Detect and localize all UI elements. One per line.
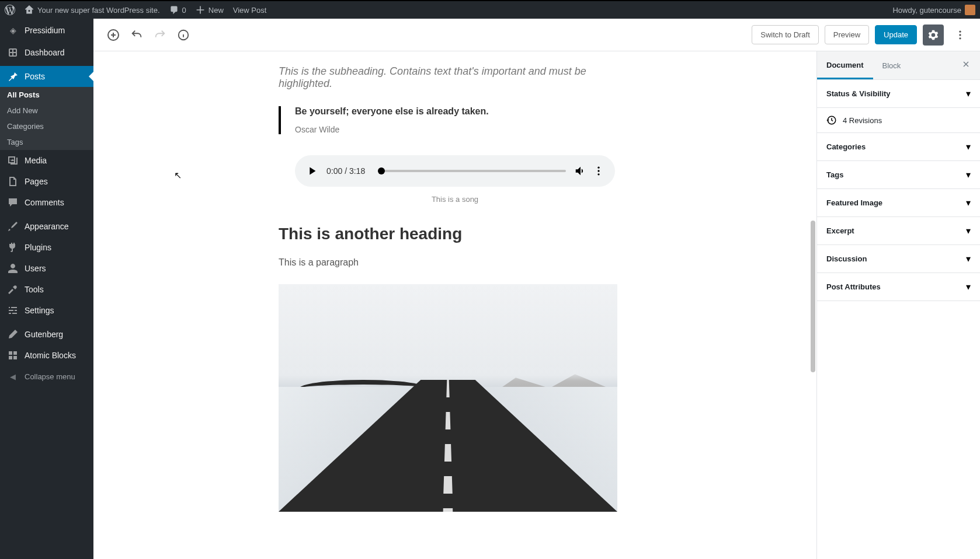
submenu-categories[interactable]: Categories bbox=[0, 118, 93, 134]
section-discussion[interactable]: Discussion ▾ bbox=[817, 245, 980, 273]
menu-appearance[interactable]: Appearance bbox=[0, 216, 93, 237]
section-post-attributes[interactable]: Post Attributes ▾ bbox=[817, 273, 980, 301]
svg-point-3 bbox=[959, 34, 961, 36]
user-icon bbox=[7, 263, 19, 274]
settings-panel: Document Block Status & Visibility ▾ 4 R… bbox=[816, 51, 980, 559]
close-icon bbox=[961, 60, 971, 69]
chevron-down-icon: ▾ bbox=[966, 88, 971, 99]
menu-atomic-blocks[interactable]: Atomic Blocks bbox=[0, 345, 93, 366]
quote-block[interactable]: Be yourself; everyone else is already ta… bbox=[279, 106, 631, 134]
new-label: New bbox=[208, 6, 224, 15]
undo-button[interactable] bbox=[126, 25, 147, 46]
info-button[interactable] bbox=[173, 25, 194, 46]
menu-plugins[interactable]: Plugins bbox=[0, 237, 93, 258]
quote-text[interactable]: Be yourself; everyone else is already ta… bbox=[295, 106, 631, 117]
plug-icon bbox=[7, 242, 19, 253]
audio-time: 0:00 / 3:18 bbox=[326, 166, 365, 176]
posts-submenu: All Posts Add New Categories Tags bbox=[0, 87, 93, 150]
audio-progress[interactable] bbox=[381, 170, 566, 172]
more-options-button[interactable] bbox=[950, 25, 971, 46]
user-menu[interactable]: Howdy, gutencourse bbox=[892, 5, 980, 15]
section-categories[interactable]: Categories ▾ bbox=[817, 133, 980, 161]
site-name: Your new super fast WordPress site. bbox=[37, 6, 160, 15]
collapse-menu[interactable]: ◀ Collapse menu bbox=[0, 366, 93, 387]
comments-link[interactable]: 0 bbox=[165, 1, 191, 19]
chevron-down-icon: ▾ bbox=[966, 225, 971, 236]
submenu-all-posts[interactable]: All Posts bbox=[0, 87, 93, 103]
pressidium-icon: ◈ bbox=[7, 25, 19, 36]
preview-button[interactable]: Preview bbox=[825, 25, 869, 44]
tab-document[interactable]: Document bbox=[817, 53, 873, 79]
info-icon bbox=[177, 29, 190, 41]
admin-bar: Your new super fast WordPress site. 0 Ne… bbox=[0, 0, 980, 19]
wordpress-icon bbox=[5, 5, 15, 15]
media-icon bbox=[7, 155, 19, 166]
dashboard-icon bbox=[7, 47, 19, 58]
editor-canvas[interactable]: This is the subheading. Contains text th… bbox=[93, 51, 816, 559]
menu-settings[interactable]: Settings bbox=[0, 300, 93, 321]
image-block[interactable] bbox=[279, 284, 617, 512]
svg-point-4 bbox=[959, 37, 961, 39]
howdy-text: Howdy, gutencourse bbox=[892, 6, 961, 15]
quote-citation[interactable]: Oscar Wilde bbox=[295, 125, 631, 134]
scrollbar[interactable] bbox=[808, 51, 816, 559]
plus-icon bbox=[196, 5, 205, 15]
submenu-add-new[interactable]: Add New bbox=[0, 103, 93, 118]
heading-block[interactable]: This is another heading bbox=[279, 225, 631, 243]
admin-sidebar: ◈ Pressidium Dashboard Posts All Posts A… bbox=[0, 19, 93, 559]
subheading-block[interactable]: This is the subheading. Contains text th… bbox=[279, 65, 631, 90]
section-featured-image[interactable]: Featured Image ▾ bbox=[817, 189, 980, 217]
history-icon bbox=[826, 115, 837, 125]
menu-pages[interactable]: Pages bbox=[0, 171, 93, 192]
menu-pressidium[interactable]: ◈ Pressidium bbox=[0, 19, 93, 42]
menu-tools[interactable]: Tools bbox=[0, 279, 93, 300]
svg-point-7 bbox=[597, 173, 599, 175]
menu-comments[interactable]: Comments bbox=[0, 192, 93, 213]
plus-circle-icon bbox=[106, 28, 120, 42]
volume-icon[interactable] bbox=[574, 165, 587, 177]
update-button[interactable]: Update bbox=[875, 25, 917, 44]
home-icon bbox=[25, 5, 34, 15]
menu-posts[interactable]: Posts bbox=[0, 66, 93, 87]
svg-point-2 bbox=[959, 30, 961, 32]
switch-draft-button[interactable]: Switch to Draft bbox=[752, 25, 819, 44]
menu-dashboard[interactable]: Dashboard bbox=[0, 42, 93, 63]
section-status-visibility[interactable]: Status & Visibility ▾ bbox=[817, 80, 980, 108]
redo-button[interactable] bbox=[150, 25, 171, 46]
new-link[interactable]: New bbox=[191, 1, 228, 19]
add-block-button[interactable] bbox=[103, 25, 124, 46]
revisions-link[interactable]: 4 Revisions bbox=[817, 108, 980, 133]
sliders-icon bbox=[7, 305, 19, 316]
paragraph-block[interactable]: This is a paragraph bbox=[279, 257, 631, 268]
undo-icon bbox=[130, 29, 143, 41]
chevron-down-icon: ▾ bbox=[966, 141, 971, 152]
tab-block[interactable]: Block bbox=[873, 53, 911, 78]
pages-icon bbox=[7, 176, 19, 187]
section-excerpt[interactable]: Excerpt ▾ bbox=[817, 217, 980, 245]
comments-icon bbox=[7, 197, 19, 208]
menu-media[interactable]: Media bbox=[0, 150, 93, 171]
chevron-down-icon: ▾ bbox=[966, 253, 971, 264]
wordpress-logo[interactable] bbox=[0, 1, 20, 19]
site-name-link[interactable]: Your new super fast WordPress site. bbox=[20, 1, 165, 19]
brush-icon bbox=[7, 221, 19, 232]
audio-block[interactable]: 0:00 / 3:18 bbox=[295, 155, 615, 187]
menu-users[interactable]: Users bbox=[0, 258, 93, 279]
audio-caption[interactable]: This is a song bbox=[279, 195, 631, 204]
chevron-down-icon: ▾ bbox=[966, 281, 971, 292]
view-post-link[interactable]: View Post bbox=[228, 1, 272, 19]
section-tags[interactable]: Tags ▾ bbox=[817, 161, 980, 189]
audio-more-icon[interactable] bbox=[593, 165, 604, 177]
submenu-tags[interactable]: Tags bbox=[0, 134, 93, 150]
close-panel[interactable] bbox=[952, 51, 980, 79]
svg-point-5 bbox=[597, 167, 599, 169]
play-icon[interactable] bbox=[305, 165, 318, 177]
settings-toggle[interactable] bbox=[923, 25, 944, 46]
collapse-icon: ◀ bbox=[7, 371, 19, 382]
editor-header: Switch to Draft Preview Update bbox=[93, 19, 980, 51]
blocks-icon bbox=[7, 350, 19, 361]
gear-icon bbox=[927, 29, 939, 41]
comment-icon bbox=[169, 5, 179, 15]
menu-gutenberg[interactable]: Gutenberg bbox=[0, 324, 93, 345]
comments-count: 0 bbox=[182, 6, 186, 15]
